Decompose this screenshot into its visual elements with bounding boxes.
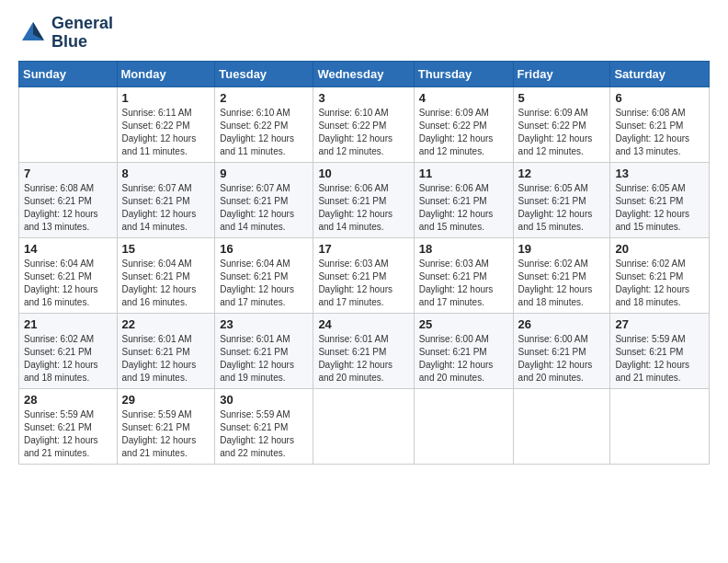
calendar-cell <box>313 388 414 464</box>
calendar-cell <box>19 86 118 162</box>
calendar-week-5: 28Sunrise: 5:59 AM Sunset: 6:21 PM Dayli… <box>19 388 710 464</box>
calendar-cell <box>610 388 710 464</box>
day-number: 3 <box>318 91 408 105</box>
day-info: Sunrise: 6:11 AM Sunset: 6:22 PM Dayligh… <box>122 107 210 158</box>
calendar-cell: 14Sunrise: 6:04 AM Sunset: 6:21 PM Dayli… <box>19 237 118 313</box>
calendar-cell: 28Sunrise: 5:59 AM Sunset: 6:21 PM Dayli… <box>19 388 118 464</box>
day-info: Sunrise: 6:04 AM Sunset: 6:21 PM Dayligh… <box>220 258 308 309</box>
col-monday: Monday <box>117 61 215 86</box>
calendar-cell: 18Sunrise: 6:03 AM Sunset: 6:21 PM Dayli… <box>414 237 513 313</box>
calendar-cell: 12Sunrise: 6:05 AM Sunset: 6:21 PM Dayli… <box>513 162 610 237</box>
day-info: Sunrise: 6:00 AM Sunset: 6:21 PM Dayligh… <box>518 333 606 385</box>
day-info: Sunrise: 6:03 AM Sunset: 6:21 PM Dayligh… <box>419 258 508 309</box>
day-info: Sunrise: 6:04 AM Sunset: 6:21 PM Dayligh… <box>24 258 112 309</box>
calendar-cell: 5Sunrise: 6:09 AM Sunset: 6:22 PM Daylig… <box>513 86 610 162</box>
day-info: Sunrise: 6:02 AM Sunset: 6:21 PM Dayligh… <box>24 333 112 385</box>
day-info: Sunrise: 5:59 AM Sunset: 6:21 PM Dayligh… <box>220 408 308 460</box>
calendar-cell: 27Sunrise: 5:59 AM Sunset: 6:21 PM Dayli… <box>610 313 710 388</box>
calendar-cell: 10Sunrise: 6:06 AM Sunset: 6:21 PM Dayli… <box>313 162 414 237</box>
day-info: Sunrise: 6:09 AM Sunset: 6:22 PM Dayligh… <box>518 107 606 158</box>
calendar-cell: 22Sunrise: 6:01 AM Sunset: 6:21 PM Dayli… <box>117 313 215 388</box>
header: General Blue <box>18 15 710 52</box>
day-number: 16 <box>220 242 308 256</box>
calendar-cell: 29Sunrise: 5:59 AM Sunset: 6:21 PM Dayli… <box>117 388 215 464</box>
day-info: Sunrise: 6:07 AM Sunset: 6:21 PM Dayligh… <box>220 182 308 234</box>
logo: General Blue <box>18 15 113 52</box>
day-number: 8 <box>122 167 210 180</box>
day-number: 9 <box>220 167 308 180</box>
day-info: Sunrise: 6:03 AM Sunset: 6:21 PM Dayligh… <box>318 258 408 309</box>
calendar-week-3: 14Sunrise: 6:04 AM Sunset: 6:21 PM Dayli… <box>19 237 710 313</box>
day-number: 6 <box>615 91 704 105</box>
day-info: Sunrise: 6:09 AM Sunset: 6:22 PM Dayligh… <box>419 107 508 158</box>
day-number: 20 <box>615 242 704 256</box>
calendar-cell: 24Sunrise: 6:01 AM Sunset: 6:21 PM Dayli… <box>313 313 414 388</box>
day-info: Sunrise: 6:01 AM Sunset: 6:21 PM Dayligh… <box>220 333 308 385</box>
day-number: 1 <box>122 91 210 105</box>
day-number: 17 <box>318 242 408 256</box>
day-number: 22 <box>122 317 210 331</box>
day-info: Sunrise: 6:10 AM Sunset: 6:22 PM Dayligh… <box>318 107 408 158</box>
page: General Blue Sunday Monday Tuesday Wedne… <box>0 0 728 563</box>
day-number: 14 <box>24 242 112 256</box>
calendar-cell: 3Sunrise: 6:10 AM Sunset: 6:22 PM Daylig… <box>313 86 414 162</box>
day-number: 24 <box>318 317 408 331</box>
calendar-cell: 16Sunrise: 6:04 AM Sunset: 6:21 PM Dayli… <box>215 237 313 313</box>
calendar-week-1: 1Sunrise: 6:11 AM Sunset: 6:22 PM Daylig… <box>19 86 710 162</box>
day-number: 7 <box>24 167 112 180</box>
day-number: 15 <box>122 242 210 256</box>
calendar-cell: 13Sunrise: 6:05 AM Sunset: 6:21 PM Dayli… <box>610 162 710 237</box>
calendar-cell: 9Sunrise: 6:07 AM Sunset: 6:21 PM Daylig… <box>215 162 313 237</box>
day-number: 23 <box>220 317 308 331</box>
calendar-week-4: 21Sunrise: 6:02 AM Sunset: 6:21 PM Dayli… <box>19 313 710 388</box>
calendar-cell: 7Sunrise: 6:08 AM Sunset: 6:21 PM Daylig… <box>19 162 118 237</box>
day-info: Sunrise: 5:59 AM Sunset: 6:21 PM Dayligh… <box>615 333 704 385</box>
calendar-cell: 4Sunrise: 6:09 AM Sunset: 6:22 PM Daylig… <box>414 86 513 162</box>
day-number: 18 <box>419 242 508 256</box>
day-number: 26 <box>518 317 606 331</box>
day-number: 29 <box>122 393 210 407</box>
calendar-cell: 15Sunrise: 6:04 AM Sunset: 6:21 PM Dayli… <box>117 237 215 313</box>
day-info: Sunrise: 6:01 AM Sunset: 6:21 PM Dayligh… <box>318 333 408 385</box>
day-info: Sunrise: 6:05 AM Sunset: 6:21 PM Dayligh… <box>615 182 704 234</box>
day-number: 11 <box>419 167 508 180</box>
day-number: 21 <box>24 317 112 331</box>
day-number: 12 <box>518 167 606 180</box>
day-info: Sunrise: 6:07 AM Sunset: 6:21 PM Dayligh… <box>122 182 210 234</box>
day-info: Sunrise: 6:06 AM Sunset: 6:21 PM Dayligh… <box>318 182 408 234</box>
day-info: Sunrise: 6:02 AM Sunset: 6:21 PM Dayligh… <box>615 258 704 309</box>
calendar-cell: 17Sunrise: 6:03 AM Sunset: 6:21 PM Dayli… <box>313 237 414 313</box>
calendar-cell: 25Sunrise: 6:00 AM Sunset: 6:21 PM Dayli… <box>414 313 513 388</box>
day-number: 13 <box>615 167 704 180</box>
day-info: Sunrise: 6:00 AM Sunset: 6:21 PM Dayligh… <box>419 333 508 385</box>
logo-icon <box>18 18 48 48</box>
day-info: Sunrise: 6:08 AM Sunset: 6:21 PM Dayligh… <box>24 182 112 234</box>
day-number: 2 <box>220 91 308 105</box>
calendar-cell: 30Sunrise: 5:59 AM Sunset: 6:21 PM Dayli… <box>215 388 313 464</box>
calendar-cell: 26Sunrise: 6:00 AM Sunset: 6:21 PM Dayli… <box>513 313 610 388</box>
calendar-cell: 2Sunrise: 6:10 AM Sunset: 6:22 PM Daylig… <box>215 86 313 162</box>
day-info: Sunrise: 5:59 AM Sunset: 6:21 PM Dayligh… <box>24 408 112 460</box>
day-info: Sunrise: 6:02 AM Sunset: 6:21 PM Dayligh… <box>518 258 606 309</box>
calendar-cell: 8Sunrise: 6:07 AM Sunset: 6:21 PM Daylig… <box>117 162 215 237</box>
calendar-cell: 23Sunrise: 6:01 AM Sunset: 6:21 PM Dayli… <box>215 313 313 388</box>
col-wednesday: Wednesday <box>313 61 414 86</box>
calendar-cell: 1Sunrise: 6:11 AM Sunset: 6:22 PM Daylig… <box>117 86 215 162</box>
day-number: 10 <box>318 167 408 180</box>
calendar-cell: 20Sunrise: 6:02 AM Sunset: 6:21 PM Dayli… <box>610 237 710 313</box>
day-number: 28 <box>24 393 112 407</box>
day-info: Sunrise: 6:08 AM Sunset: 6:21 PM Dayligh… <box>615 107 704 158</box>
calendar-week-2: 7Sunrise: 6:08 AM Sunset: 6:21 PM Daylig… <box>19 162 710 237</box>
day-number: 25 <box>419 317 508 331</box>
day-number: 27 <box>615 317 704 331</box>
day-number: 5 <box>518 91 606 105</box>
day-info: Sunrise: 5:59 AM Sunset: 6:21 PM Dayligh… <box>122 408 210 460</box>
calendar-cell: 19Sunrise: 6:02 AM Sunset: 6:21 PM Dayli… <box>513 237 610 313</box>
col-thursday: Thursday <box>414 61 513 86</box>
day-number: 4 <box>419 91 508 105</box>
calendar-table: Sunday Monday Tuesday Wednesday Thursday… <box>18 61 710 465</box>
day-number: 30 <box>220 393 308 407</box>
calendar-cell <box>414 388 513 464</box>
calendar-cell: 11Sunrise: 6:06 AM Sunset: 6:21 PM Dayli… <box>414 162 513 237</box>
day-number: 19 <box>518 242 606 256</box>
